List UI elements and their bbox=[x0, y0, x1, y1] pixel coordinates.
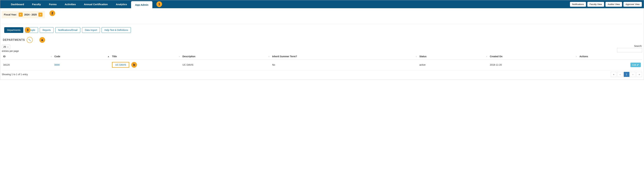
fiscal-year-prev-button[interactable]: < bbox=[18, 13, 23, 17]
subtab-data-import[interactable]: Data Import bbox=[82, 27, 100, 33]
faculty-view-button[interactable]: Faculty View bbox=[587, 2, 604, 7]
top-nav-right: Notifications Faculty View Auditor View … bbox=[570, 0, 642, 8]
sort-icon: ♦ bbox=[486, 55, 487, 57]
auditor-view-button[interactable]: Auditor View bbox=[606, 2, 622, 7]
callout-2: 2 bbox=[50, 11, 55, 16]
col-inherit-summer[interactable]: Inherit Summer Term?♦ bbox=[271, 53, 418, 60]
cell-created-on: 2018-11-20 bbox=[488, 60, 578, 70]
content-area: Departments 3 People Reports Notificatio… bbox=[0, 18, 644, 80]
hierarchy-tree-icon[interactable] bbox=[27, 37, 33, 43]
section-title: DEPARTMENTS bbox=[3, 39, 25, 42]
subtab-notifications-email[interactable]: Notifications/Email bbox=[55, 27, 80, 33]
col-actions: Actions bbox=[578, 53, 642, 60]
nav-app-admin[interactable]: App Admin bbox=[131, 1, 152, 8]
svg-rect-2 bbox=[30, 41, 31, 41]
entries-per-page-label: entries per page bbox=[2, 50, 19, 52]
page-next-button[interactable]: › bbox=[630, 72, 636, 77]
search-label: Search: bbox=[617, 45, 642, 47]
cell-id: 34120 bbox=[2, 60, 53, 70]
callout-a: a bbox=[40, 37, 45, 43]
code-link[interactable]: 0000 bbox=[54, 64, 60, 66]
search-input[interactable] bbox=[617, 48, 642, 52]
nav-analytics[interactable]: Analytics bbox=[112, 0, 131, 8]
table-header-row: ID♦ Code▲ Title♦ Description♦ Inherit Su… bbox=[2, 53, 642, 60]
edit-button[interactable]: Edit bbox=[630, 63, 641, 67]
departments-table: ID♦ Code▲ Title♦ Description♦ Inherit Su… bbox=[2, 53, 642, 70]
cell-inherit: No bbox=[271, 60, 418, 70]
divider bbox=[2, 24, 642, 24]
col-id[interactable]: ID♦ bbox=[2, 53, 53, 60]
pencil-icon bbox=[637, 64, 639, 66]
sort-icon: ♦ bbox=[51, 55, 52, 57]
title-link[interactable]: UC DAVIS bbox=[115, 64, 126, 66]
table-row: 34120 0000 UC DAVIS b UC DAVIS No active… bbox=[2, 60, 642, 70]
fiscal-year-next-button[interactable]: > bbox=[38, 13, 42, 17]
notifications-button[interactable]: Notifications bbox=[570, 2, 586, 7]
fiscal-year-label: Fiscal Year: bbox=[4, 13, 17, 16]
cell-status: active bbox=[418, 60, 488, 70]
callout-b: b bbox=[131, 62, 137, 68]
nav-faculty[interactable]: Faculty bbox=[28, 0, 45, 8]
nav-forms[interactable]: Forms bbox=[45, 0, 61, 8]
svg-rect-0 bbox=[29, 39, 29, 39]
page-first-button[interactable]: « bbox=[611, 72, 616, 77]
sort-icon: ♦ bbox=[268, 55, 270, 57]
nav-annual-certification[interactable]: Annual Certification bbox=[80, 0, 112, 8]
top-nav-left: Dashboard Faculty Forms Activities Annua… bbox=[7, 0, 162, 8]
page-current-button[interactable]: 1 bbox=[624, 72, 630, 77]
subtab-reports[interactable]: Reports bbox=[40, 27, 54, 33]
page-last-button[interactable]: » bbox=[636, 72, 642, 77]
col-title[interactable]: Title♦ bbox=[111, 53, 181, 60]
page-prev-button[interactable]: ‹ bbox=[618, 72, 623, 77]
page-size-select[interactable]: 25 bbox=[2, 45, 10, 49]
table-footer: Showing 1 to 1 of 1 entry « ‹ 1 › » bbox=[2, 72, 642, 77]
nav-dashboard[interactable]: Dashboard bbox=[7, 0, 28, 8]
col-description[interactable]: Description♦ bbox=[181, 53, 271, 60]
col-status[interactable]: Status♦ bbox=[418, 53, 488, 60]
pagination: « ‹ 1 › » bbox=[611, 72, 642, 77]
subtab-help-text[interactable]: Help Text & Definitions bbox=[102, 27, 131, 33]
callout-1: 1 bbox=[156, 1, 162, 7]
sort-icon: ♦ bbox=[416, 55, 417, 57]
fiscal-year-bar: Fiscal Year: < 2024 - 2025 > bbox=[2, 11, 45, 18]
col-created-on[interactable]: Created On♦ bbox=[488, 53, 578, 60]
sort-icon: ▲ bbox=[108, 55, 110, 57]
admin-subtabs: Departments 3 People Reports Notificatio… bbox=[2, 27, 642, 33]
table-info: Showing 1 to 1 of 1 entry bbox=[2, 73, 28, 76]
callout-3: 3 bbox=[25, 27, 30, 33]
col-code[interactable]: Code▲ bbox=[53, 53, 111, 60]
subtab-departments[interactable]: Departments bbox=[4, 27, 23, 33]
fiscal-year-value: 2024 - 2025 bbox=[24, 13, 37, 16]
sort-icon: ♦ bbox=[179, 55, 180, 57]
cell-description: UC DAVIS bbox=[181, 60, 271, 70]
top-nav: Dashboard Faculty Forms Activities Annua… bbox=[0, 0, 644, 8]
sort-icon: ♦ bbox=[576, 55, 577, 57]
svg-rect-1 bbox=[29, 40, 30, 40]
approver-view-button[interactable]: Approver View bbox=[624, 2, 642, 7]
nav-activities[interactable]: Activities bbox=[61, 0, 80, 8]
table-controls: 25 entries per page Search: bbox=[2, 45, 642, 52]
section-header: DEPARTMENTS a bbox=[3, 37, 642, 43]
